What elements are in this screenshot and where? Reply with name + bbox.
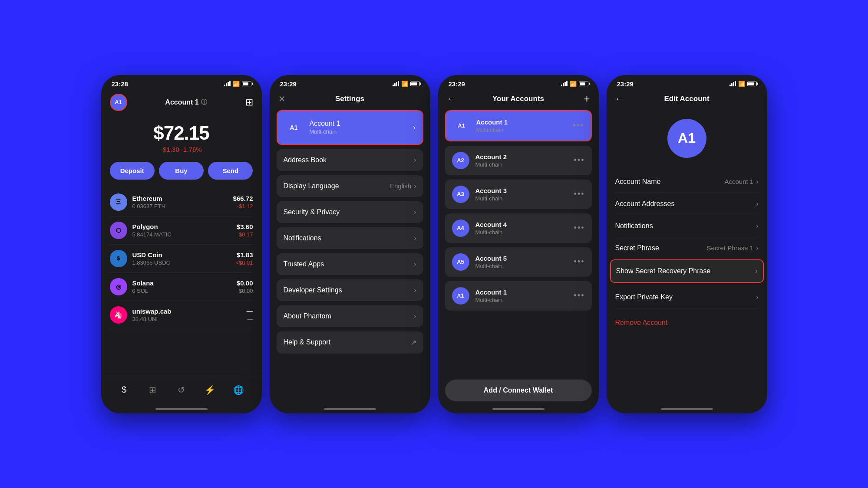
settings-nav-header: ✕ Settings <box>270 90 430 110</box>
account-avatar: A1 <box>453 117 470 134</box>
edit-back-button[interactable]: ← <box>615 94 624 104</box>
phone-settings: 23:29 📶 ✕ Settings A1 <box>270 75 430 413</box>
list-item[interactable]: ◎ Solana 0 SOL $0.00 $0.00 <box>110 273 253 301</box>
chevron-icon: › <box>414 208 416 216</box>
qr-button[interactable]: ⊞ <box>245 97 253 108</box>
token-info: uniswap.cab 38.48 UNI <box>132 308 247 322</box>
settings-item-info: About Phantom <box>284 312 414 320</box>
edit-option-secret-phrase[interactable]: Secret Phrase Secret Phrase 1 › <box>615 237 759 259</box>
edit-option-account-name[interactable]: Account Name Account 1 › <box>615 171 759 193</box>
back-button[interactable]: ← <box>447 94 455 104</box>
chevron-icon: › <box>414 312 416 320</box>
account-item-4[interactable]: A4 Account 4 Multi-chain ••• <box>445 213 592 243</box>
nav-activity[interactable]: ⚡ <box>202 382 218 398</box>
settings-item-info: Account 1 Multi-chain <box>310 120 413 135</box>
nav-grid[interactable]: ⊞ <box>145 382 161 398</box>
settings-item-help[interactable]: Help & Support ↗ <box>277 331 423 354</box>
buy-button[interactable]: Buy <box>159 162 204 180</box>
wifi-icon-2: 📶 <box>401 81 408 87</box>
account-info-5: Account 5 Multi-chain <box>475 255 574 269</box>
status-icons-3: 📶 <box>561 81 588 87</box>
edit-option-show-recovery-phrase[interactable]: Show Secret Recovery Phrase › <box>610 259 764 283</box>
chevron-icon: › <box>414 156 416 164</box>
nav-wallet[interactable]: $ <box>116 382 132 398</box>
nav-swap[interactable]: ↺ <box>174 382 189 398</box>
external-link-icon: ↗ <box>411 338 416 347</box>
chevron-icon: › <box>414 234 416 242</box>
wifi-icon-4: 📶 <box>738 81 745 87</box>
chevron-icon: › <box>414 286 416 294</box>
account-item-2[interactable]: A2 Account 2 Multi-chain ••• <box>445 146 592 175</box>
balance-change: -$1.30 -1.76% <box>110 146 253 153</box>
phone-accounts: 23:29 📶 ← Your Accounts + <box>438 75 599 413</box>
edit-account-content: A1 Account Name Account 1 › Account Addr… <box>607 110 767 408</box>
edit-option-export-key[interactable]: Export Private Key › <box>615 286 759 308</box>
account-item-5[interactable]: A5 Account 5 Multi-chain ••• <box>445 247 592 277</box>
edit-option-notifications[interactable]: Notifications › <box>615 215 759 237</box>
battery-icon-4 <box>747 82 757 86</box>
settings-item-developer[interactable]: Developer Settings › <box>277 279 423 301</box>
settings-account-item[interactable]: A1 Account 1 Multi-chain › <box>277 110 423 145</box>
list-item[interactable]: 🦄 uniswap.cab 38.48 UNI — — <box>110 301 253 329</box>
account-item-1[interactable]: A1 Account 1 Multi-chain ••• <box>445 110 592 141</box>
account-info-2: Account 2 Multi-chain <box>475 153 574 168</box>
close-button[interactable]: ✕ <box>278 94 286 104</box>
phone-edit-account: 23:29 📶 ← Edit Account A1 <box>607 75 767 413</box>
settings-avatar: A1 <box>284 118 304 137</box>
dots-menu-5[interactable]: ••• <box>574 257 585 266</box>
deposit-button[interactable]: Deposit <box>110 162 155 180</box>
send-button[interactable]: Send <box>208 162 253 180</box>
list-item[interactable]: Ξ Ethereum 0.03637 ETH $66.72 -$1.12 <box>110 188 253 216</box>
add-connect-wallet-button[interactable]: Add / Connect Wallet <box>445 380 592 401</box>
account-item-3[interactable]: A3 Account 3 Multi-chain ••• <box>445 180 592 209</box>
signal-icon <box>224 81 231 86</box>
settings-item-trusted-apps[interactable]: Trusted Apps › <box>277 253 423 275</box>
chevron-icon: › <box>413 124 415 131</box>
settings-item-info: Display Language <box>284 182 390 190</box>
settings-item-address-book[interactable]: Address Book › <box>277 149 423 171</box>
info-icon: ⓘ <box>201 98 207 106</box>
settings-item-notifications[interactable]: Notifications › <box>277 227 423 249</box>
accounts-list: A1 Account 1 Multi-chain ••• A2 Account … <box>438 110 599 373</box>
account-avatar-3: A3 <box>452 186 469 203</box>
home-indicator <box>155 408 208 410</box>
chevron-icon: › <box>756 178 758 186</box>
action-buttons: Deposit Buy Send <box>110 162 253 180</box>
settings-item-info: Help & Support <box>284 338 411 346</box>
settings-item-info: Security & Privacy <box>284 208 414 216</box>
list-item[interactable]: ⬡ Polygon 5.84174 MATIC $3.60 -$0.17 <box>110 216 253 245</box>
accounts-title: Your Accounts <box>492 95 544 103</box>
remove-account-button[interactable]: Remove Account <box>615 319 759 327</box>
dots-menu-4[interactable]: ••• <box>574 223 585 233</box>
token-info: Polygon 5.84174 MATIC <box>132 223 237 238</box>
avatar-badge[interactable]: A1 <box>110 94 127 111</box>
edit-account-nav-header: ← Edit Account <box>607 90 767 110</box>
time-1: 23:28 <box>112 80 128 88</box>
nav-browser[interactable]: 🌐 <box>231 382 247 398</box>
status-bar-3: 23:29 📶 <box>438 75 599 90</box>
edit-option-account-addresses[interactable]: Account Addresses › <box>615 193 759 215</box>
settings-item-security[interactable]: Security & Privacy › <box>277 201 423 223</box>
bottom-nav: $ ⊞ ↺ ⚡ 🌐 <box>101 375 262 408</box>
settings-list: A1 Account 1 Multi-chain › Address Book … <box>270 110 430 408</box>
add-account-button[interactable]: + <box>584 93 590 105</box>
status-icons-4: 📶 <box>729 81 757 87</box>
time-3: 23:29 <box>449 80 465 88</box>
account-item-1b[interactable]: A1 Account 1 Multi-chain ••• <box>445 281 592 311</box>
wallet-header: A1 Account 1 ⓘ ⊞ <box>110 90 253 118</box>
account-info-1b: Account 1 Multi-chain <box>475 288 574 303</box>
settings-item-about[interactable]: About Phantom › <box>277 305 423 327</box>
home-indicator-3 <box>492 408 545 410</box>
settings-item-info: Developer Settings <box>284 286 414 294</box>
token-info: USD Coin 1.83065 USDC <box>132 251 234 266</box>
settings-item-display-language[interactable]: Display Language English › <box>277 175 423 197</box>
dots-menu-2[interactable]: ••• <box>574 156 585 165</box>
account-info-4: Account 4 Multi-chain <box>475 221 574 236</box>
dots-menu-1[interactable]: ••• <box>573 121 584 130</box>
dots-menu-3[interactable]: ••• <box>574 190 585 199</box>
dots-menu-1b[interactable]: ••• <box>574 291 585 300</box>
list-item[interactable]: $ USD Coin 1.83065 USDC $1.83 -<$0.01 <box>110 245 253 273</box>
wifi-icon: 📶 <box>233 81 240 87</box>
status-bar-4: 23:29 📶 <box>607 75 767 90</box>
wallet-content: A1 Account 1 ⓘ ⊞ $72.15 -$1.30 -1.76% De… <box>101 90 262 375</box>
